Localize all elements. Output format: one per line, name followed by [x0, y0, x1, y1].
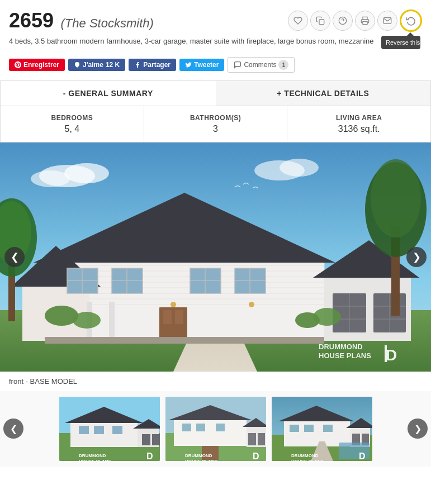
page-header: 2659 (The Stocksmith) Reverse this plan: [0, 0, 431, 57]
plan-title-group: 2659 (The Stocksmith): [9, 9, 154, 32]
svg-rect-103: [290, 425, 299, 432]
living-area-value: 3136 sq.ft.: [299, 124, 419, 134]
watermark-text1: DRUMMOND: [319, 343, 363, 351]
bathrooms-cell: BATHROOM(S) 3: [144, 106, 288, 142]
svg-text:DRUMMOND: DRUMMOND: [185, 453, 212, 458]
title-row: 2659 (The Stocksmith) Reverse this plan: [9, 9, 422, 32]
svg-rect-105: [323, 425, 333, 432]
svg-rect-88: [182, 424, 191, 431]
thumbnails-row: ❮ DRUMMOND HOUSE PLANS D: [0, 391, 431, 467]
comments-label: Comments: [244, 61, 276, 69]
svg-rect-75: [94, 426, 104, 434]
thumbnails-list: DRUMMOND HOUSE PLANS D DRUMMOND: [27, 397, 404, 461]
thumbnails-next-button[interactable]: ❯: [408, 419, 428, 439]
bedrooms-cell: BEDROOMS 5, 4: [1, 106, 144, 142]
like-label: J'aime: [83, 61, 103, 69]
thumbnail-2[interactable]: DRUMMOND HOUSE PLANS D: [165, 397, 266, 461]
bathrooms-value: 3: [155, 124, 276, 134]
watermark-logo: D: [386, 346, 397, 364]
living-area-cell: LIVING AREA 3136 sq.ft.: [287, 106, 430, 142]
plan-name: (The Stocksmith): [61, 16, 154, 30]
svg-rect-3: [363, 21, 367, 24]
thumbnail-3[interactable]: DRUMMOND HOUSE PLANS D: [272, 397, 372, 461]
svg-rect-90: [216, 424, 225, 431]
svg-text:DRUMMOND: DRUMMOND: [291, 453, 319, 458]
copy-button[interactable]: [310, 11, 330, 31]
favorite-button[interactable]: [288, 11, 308, 31]
svg-text:D: D: [253, 451, 259, 461]
pinterest-label: Enregistrer: [23, 61, 59, 69]
toolbar: Reverse this plan: [288, 9, 422, 32]
social-bar: Enregistrer J'aime 12 K Partager Tweeter…: [0, 57, 431, 73]
svg-point-9: [280, 159, 319, 177]
bathrooms-label: BATHROOM(S): [155, 114, 276, 122]
summary-table: BEDROOMS 5, 4 BATHROOM(S) 3 LIVING AREA …: [0, 106, 431, 142]
plan-description: 4 beds, 3.5 bathroom modern farmhouse, 3…: [9, 36, 422, 47]
email-button[interactable]: [377, 11, 397, 31]
svg-point-7: [31, 170, 70, 187]
svg-point-64: [249, 302, 254, 307]
svg-rect-51: [175, 310, 183, 324]
svg-rect-74: [79, 426, 89, 434]
share-label: Partager: [143, 61, 170, 69]
svg-text:HOUSE PLANS: HOUSE PLANS: [291, 459, 324, 461]
tab-technical-details[interactable]: + TECHNICAL DETAILS: [216, 81, 431, 106]
svg-rect-89: [196, 424, 205, 431]
svg-rect-86: [248, 433, 256, 445]
svg-point-59: [73, 312, 101, 329]
svg-point-63: [170, 302, 176, 307]
prev-icon: ❮: [11, 251, 19, 263]
svg-point-6: [64, 163, 109, 183]
svg-rect-48: [109, 302, 115, 341]
tab-general-summary[interactable]: - GENERAL SUMMARY: [1, 81, 216, 106]
reverse-tooltip: Reverse this plan: [381, 36, 420, 49]
svg-rect-62: [45, 337, 324, 344]
main-image-next-button[interactable]: ❯: [406, 247, 427, 267]
tweet-label: Tweeter: [194, 61, 219, 69]
svg-rect-97: [284, 420, 350, 446]
svg-text:HOUSE PLANS: HOUSE PLANS: [79, 459, 111, 461]
help-button[interactable]: [333, 11, 353, 31]
comments-button[interactable]: Comments 1: [228, 57, 295, 73]
svg-rect-72: [142, 434, 150, 445]
next-icon: ❯: [413, 251, 421, 263]
svg-point-58: [45, 306, 78, 326]
share-button[interactable]: Partager: [129, 59, 176, 71]
svg-rect-87: [258, 433, 265, 445]
svg-rect-82: [174, 419, 247, 446]
svg-text:DRUMMOND: DRUMMOND: [79, 453, 106, 458]
svg-text:D: D: [359, 451, 366, 461]
svg-text:D: D: [146, 451, 153, 461]
bedrooms-label: BEDROOMS: [12, 114, 132, 122]
svg-rect-50: [163, 310, 172, 324]
main-image-container: DRUMMOND HOUSE PLANS D ❮ ❯: [0, 142, 431, 372]
watermark-text2: HOUSE PLANS: [319, 351, 371, 360]
svg-rect-0: [319, 20, 324, 25]
thumbnail-1[interactable]: DRUMMOND HOUSE PLANS D: [59, 397, 160, 461]
print-button[interactable]: [355, 11, 375, 31]
image-caption: front - BASE MODEL: [0, 372, 431, 391]
reverse-button[interactable]: Reverse this plan: [400, 9, 422, 32]
plan-number: 2659: [9, 9, 54, 32]
like-button[interactable]: J'aime 12 K: [68, 59, 125, 71]
svg-point-57: [371, 159, 421, 237]
svg-point-61: [313, 308, 341, 326]
tabs: - GENERAL SUMMARY + TECHNICAL DETAILS: [0, 80, 431, 106]
main-house-image: DRUMMOND HOUSE PLANS D: [0, 142, 431, 372]
svg-rect-104: [304, 425, 314, 432]
like-count: 12 K: [106, 61, 120, 69]
pinterest-button[interactable]: Enregistrer: [9, 59, 65, 71]
svg-text:HOUSE PLANS: HOUSE PLANS: [185, 459, 217, 461]
svg-rect-76: [112, 426, 122, 434]
bedrooms-value: 5, 4: [12, 124, 132, 134]
tweet-button[interactable]: Tweeter: [179, 59, 224, 71]
living-area-label: LIVING AREA: [299, 114, 419, 122]
svg-rect-65: [385, 345, 387, 362]
svg-rect-68: [70, 422, 138, 447]
svg-rect-73: [152, 434, 160, 445]
main-image-prev-button[interactable]: ❮: [4, 247, 25, 267]
thumbnails-prev-button[interactable]: ❮: [3, 419, 23, 439]
comments-count: 1: [278, 60, 288, 70]
